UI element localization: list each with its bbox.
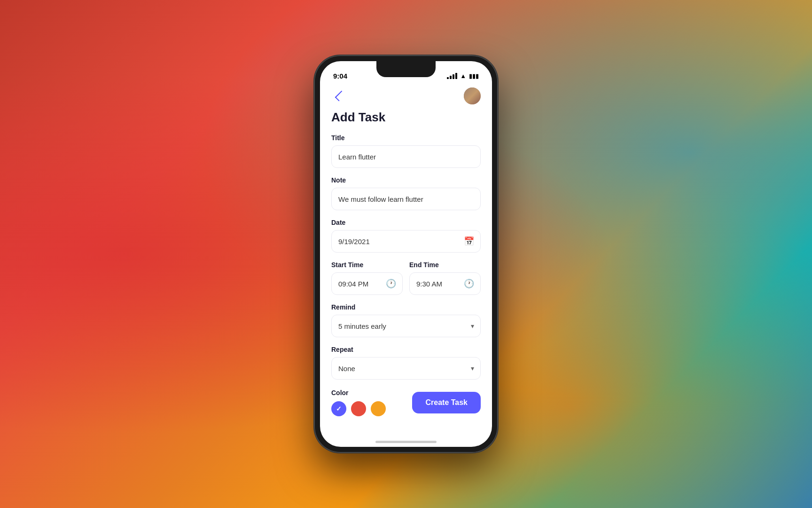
date-input[interactable] xyxy=(331,230,481,253)
page-title: Add Task xyxy=(331,110,481,125)
end-time-group: End Time 🕐 xyxy=(409,261,481,295)
remind-select-wrapper: 5 minutes early 10 minutes early 15 minu… xyxy=(331,315,481,337)
end-time-label: End Time xyxy=(409,261,481,269)
remind-label: Remind xyxy=(331,303,481,311)
date-label: Date xyxy=(331,219,481,226)
note-input[interactable] xyxy=(331,188,481,210)
repeat-label: Repeat xyxy=(331,346,481,353)
date-group: Date 📅 xyxy=(331,219,481,253)
color-dots xyxy=(331,401,386,416)
avatar-image xyxy=(464,87,481,104)
start-time-group: Start Time 🕐 xyxy=(331,261,403,295)
time-row: Start Time 🕐 End Time 🕐 xyxy=(331,261,481,295)
clock-icon-end: 🕐 xyxy=(464,278,474,289)
phone-screen: 9:04 ▲ ▮▮▮ xyxy=(320,61,492,447)
color-yellow[interactable] xyxy=(371,401,386,416)
status-time: 9:04 xyxy=(333,72,347,80)
color-purple[interactable] xyxy=(331,401,346,416)
title-input[interactable] xyxy=(331,145,481,168)
note-label: Note xyxy=(331,176,481,184)
phone-container: 9:04 ▲ ▮▮▮ xyxy=(314,56,498,452)
back-button[interactable] xyxy=(331,88,346,103)
repeat-select[interactable]: None Daily Weekly Monthly xyxy=(331,357,481,380)
color-section: Color xyxy=(331,389,386,416)
color-red[interactable] xyxy=(351,401,366,416)
clock-icon-start: 🕐 xyxy=(386,278,396,289)
color-label: Color xyxy=(331,389,386,397)
bottom-row: Color Create Task xyxy=(331,389,481,430)
home-indicator xyxy=(375,441,437,443)
remind-select[interactable]: 5 minutes early 10 minutes early 15 minu… xyxy=(331,315,481,337)
repeat-select-wrapper: None Daily Weekly Monthly ▾ xyxy=(331,357,481,380)
wifi-icon: ▲ xyxy=(460,72,466,79)
title-group: Title xyxy=(331,134,481,168)
date-input-wrapper: 📅 xyxy=(331,230,481,253)
back-chevron-icon xyxy=(335,91,346,102)
remind-group: Remind 5 minutes early 10 minutes early … xyxy=(331,303,481,337)
note-group: Note xyxy=(331,176,481,210)
create-task-button[interactable]: Create Task xyxy=(412,392,481,413)
start-time-wrapper: 🕐 xyxy=(331,272,403,295)
end-time-wrapper: 🕐 xyxy=(409,272,481,295)
phone-notch xyxy=(376,61,436,77)
phone-shell: 9:04 ▲ ▮▮▮ xyxy=(314,56,498,452)
title-label: Title xyxy=(331,134,481,142)
signal-icon xyxy=(447,73,457,79)
calendar-icon: 📅 xyxy=(464,236,474,246)
app-content: Add Task Title Note Date 📅 xyxy=(320,84,492,447)
status-icons: ▲ ▮▮▮ xyxy=(447,72,479,79)
top-nav xyxy=(331,84,481,110)
battery-icon: ▮▮▮ xyxy=(469,72,479,79)
time-group: Start Time 🕐 End Time 🕐 xyxy=(331,261,481,295)
avatar[interactable] xyxy=(464,87,481,104)
repeat-group: Repeat None Daily Weekly Monthly ▾ xyxy=(331,346,481,380)
start-time-label: Start Time xyxy=(331,261,403,269)
